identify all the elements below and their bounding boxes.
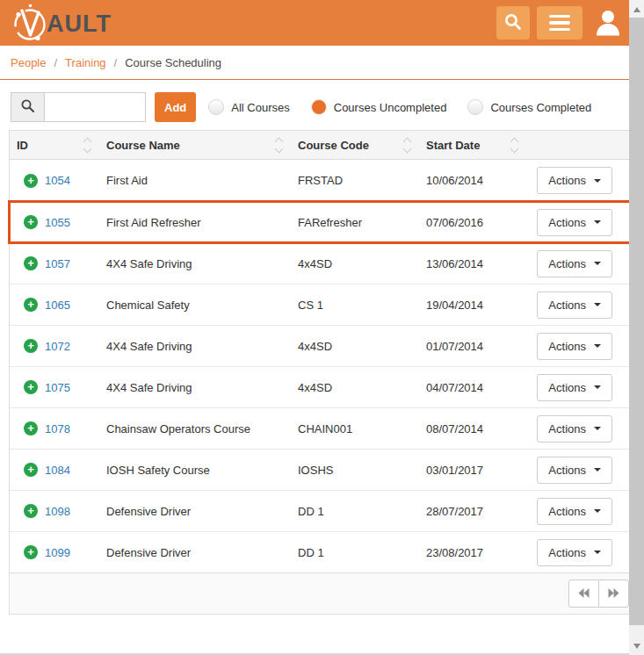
actions-cell: Actions [533, 250, 635, 277]
course-id-link[interactable]: 1098 [45, 505, 106, 518]
pagination [568, 579, 629, 608]
vault-logo[interactable]: AULT [9, 0, 112, 46]
caret-down-icon [594, 220, 601, 224]
start-date-cell: 08/07/2014 [426, 422, 533, 435]
previous-page-button[interactable] [568, 579, 599, 608]
course-id-link[interactable]: 1055 [45, 216, 106, 229]
search-input[interactable] [44, 92, 146, 122]
column-header-id: ID [17, 139, 106, 152]
course-name-cell: 4X4 Safe Driving [106, 257, 298, 270]
actions-button[interactable]: Actions [537, 250, 612, 277]
sort-icon[interactable] [404, 139, 410, 152]
start-date-cell: 19/04/2014 [426, 299, 533, 312]
actions-button[interactable]: Actions [537, 374, 612, 401]
actions-button[interactable]: Actions [537, 333, 612, 360]
filter-option-all-courses[interactable]: All Courses [208, 99, 289, 115]
caret-down-icon [594, 509, 601, 513]
breadcrumb-separator: / [54, 56, 57, 69]
course-id-link[interactable]: 1065 [45, 299, 106, 312]
search-button[interactable] [496, 6, 530, 40]
search-addon [11, 92, 44, 122]
course-name-cell: 4X4 Safe Driving [106, 340, 298, 353]
breadcrumb-link-people[interactable]: People [11, 56, 46, 69]
expand-row-icon[interactable] [24, 256, 38, 270]
expand-cell [17, 421, 45, 435]
sort-icon[interactable] [84, 139, 90, 152]
actions-button[interactable]: Actions [537, 415, 612, 443]
actions-cell: Actions [533, 333, 635, 360]
scroll-up-arrow-icon[interactable] [629, 2, 644, 17]
table-row: 10724X4 Safe Driving4x4SD01/07/2014Actio… [10, 325, 635, 366]
sort-down-chevron [275, 144, 284, 153]
sort-down-chevron [403, 144, 412, 153]
scrollbar[interactable] [629, 0, 644, 655]
caret-down-icon [594, 468, 601, 471]
course-table: IDCourse NameCourse CodeStart Date 1054F… [9, 130, 636, 615]
breadcrumb-separator: / [114, 56, 118, 69]
actions-button[interactable]: Actions [537, 498, 612, 525]
radio-icon[interactable] [311, 99, 327, 115]
next-page-button[interactable] [598, 579, 629, 608]
actions-button[interactable]: Actions [537, 209, 612, 236]
table-row: 10574X4 Safe Driving4x4SD13/06/2014Actio… [10, 242, 635, 284]
course-id-link[interactable]: 1054 [45, 174, 106, 187]
table-row: 10754X4 Safe Driving4x4SD04/07/2014Actio… [10, 366, 635, 407]
expand-cell [17, 298, 45, 312]
expand-row-icon[interactable] [24, 339, 38, 353]
user-button[interactable] [593, 6, 623, 40]
course-name-cell: Defensive Driver [106, 505, 298, 518]
actions-cell: Actions [533, 539, 635, 566]
course-name-cell: Chainsaw Operators Course [106, 422, 298, 435]
sort-icon[interactable] [276, 139, 282, 152]
expand-row-icon[interactable] [24, 215, 38, 229]
expand-cell [17, 174, 45, 188]
expand-row-icon[interactable] [24, 174, 38, 188]
menu-button[interactable] [537, 6, 582, 40]
start-date-cell: 10/06/2014 [426, 174, 533, 187]
course-id-link[interactable]: 1075 [45, 381, 106, 394]
course-id-link[interactable]: 1099 [45, 546, 106, 559]
breadcrumb-link-training[interactable]: Training [65, 56, 105, 69]
scroll-down-arrow-icon[interactable] [629, 638, 644, 653]
fast-forward-icon [608, 587, 619, 601]
expand-row-icon[interactable] [24, 504, 38, 518]
course-id-link[interactable]: 1057 [45, 257, 106, 270]
course-name-cell: Defensive Driver [106, 546, 298, 559]
expand-row-icon[interactable] [24, 380, 38, 394]
expand-row-icon[interactable] [24, 545, 38, 559]
start-date-cell: 07/06/2016 [426, 216, 533, 229]
expand-row-icon[interactable] [24, 421, 38, 435]
course-name-cell: First Aid Refresher [106, 216, 298, 229]
expand-row-icon[interactable] [24, 298, 38, 312]
course-filters: All CoursesCourses UncompletedCourses Co… [208, 99, 591, 115]
search-icon [20, 98, 35, 117]
caret-down-icon [594, 385, 601, 389]
course-id-link[interactable]: 1072 [45, 340, 106, 353]
logo-text: AULT [47, 11, 112, 38]
actions-button[interactable]: Actions [537, 292, 612, 319]
filter-option-courses-completed[interactable]: Courses Completed [467, 99, 591, 115]
course-id-link[interactable]: 1078 [45, 422, 106, 435]
start-date-cell: 28/07/2017 [426, 505, 533, 518]
add-button[interactable]: Add [155, 92, 196, 122]
expand-row-icon[interactable] [24, 463, 38, 477]
filter-option-courses-uncompleted[interactable]: Courses Uncompleted [311, 99, 447, 115]
actions-button[interactable]: Actions [537, 167, 612, 194]
sort-icon[interactable] [511, 139, 517, 152]
column-label: Start Date [426, 139, 480, 152]
table-row: 1054First AidFRSTAD10/06/2014Actions [10, 160, 635, 201]
radio-icon[interactable] [208, 99, 224, 115]
radio-icon[interactable] [467, 99, 483, 115]
course-code-cell: FRSTAD [298, 174, 426, 187]
course-code-cell: IOSHS [298, 464, 426, 477]
scrollbar-thumb[interactable] [629, 18, 644, 625]
fast-backward-icon [578, 587, 590, 601]
actions-button[interactable]: Actions [537, 539, 612, 566]
course-id-link[interactable]: 1084 [45, 464, 106, 477]
expand-cell [17, 339, 45, 353]
course-code-cell: CHAIN001 [298, 422, 426, 435]
expand-cell [17, 545, 45, 559]
caret-down-icon [594, 303, 601, 306]
caret-down-icon [594, 344, 601, 348]
actions-button[interactable]: Actions [537, 457, 612, 484]
